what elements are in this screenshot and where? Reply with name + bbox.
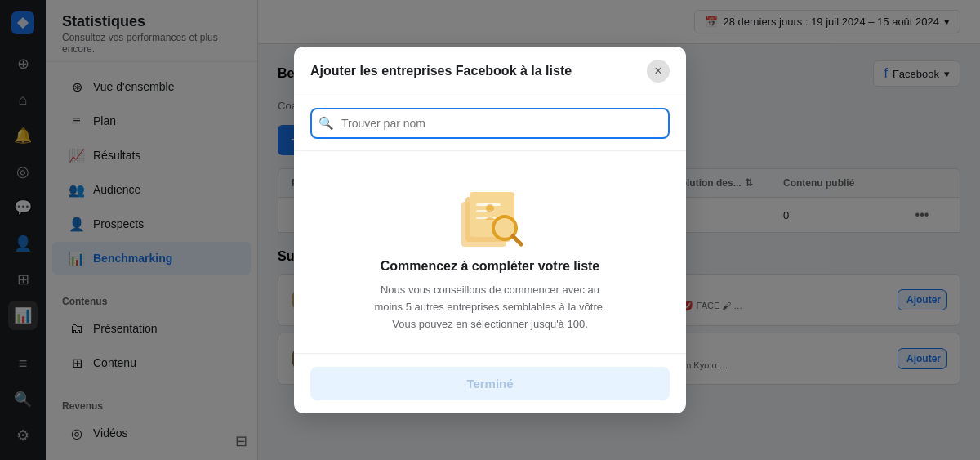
modal-overlay[interactable]: Ajouter les entreprises Facebook à la li… [0, 0, 980, 460]
modal-done-button[interactable]: Terminé [310, 367, 670, 400]
modal-close-button[interactable]: × [647, 60, 670, 83]
empty-illustration [449, 177, 531, 259]
modal-empty-title: Commencez à compléter votre liste [381, 259, 600, 274]
modal: Ajouter les entreprises Facebook à la li… [294, 47, 686, 413]
modal-empty-desc: Nous vous conseillons de commencer avec … [374, 282, 605, 333]
modal-title: Ajouter les entreprises Facebook à la li… [310, 64, 572, 78]
svg-line-8 [513, 236, 521, 244]
modal-header: Ajouter les entreprises Facebook à la li… [294, 47, 686, 96]
svg-point-9 [486, 204, 494, 212]
modal-footer: Terminé [294, 353, 686, 413]
modal-empty-state: Commencez à compléter votre liste Nous v… [294, 151, 686, 352]
modal-search-input[interactable] [310, 108, 670, 139]
search-input-wrapper: 🔍 [310, 108, 670, 139]
modal-search-section: 🔍 [294, 96, 686, 151]
